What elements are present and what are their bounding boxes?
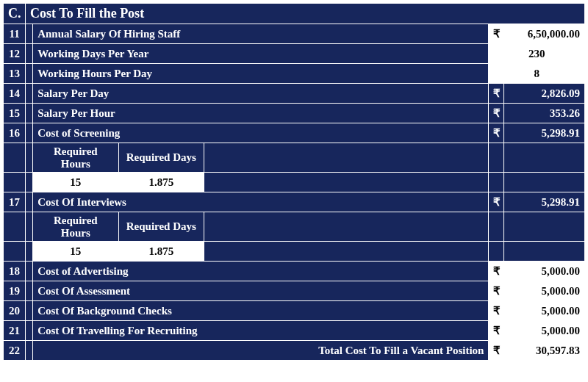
row-label: Salary Per Day bbox=[33, 84, 489, 104]
row-number: 22 bbox=[4, 341, 26, 361]
section-letter: C. bbox=[4, 4, 26, 24]
section-title: Cost To Fill the Post bbox=[26, 4, 585, 24]
row-value: 5,000.00 bbox=[503, 301, 584, 321]
row-number: 16 bbox=[4, 123, 26, 143]
row-number: 19 bbox=[4, 281, 26, 301]
row-value: 6,50,000.00 bbox=[503, 24, 584, 44]
row-number: 15 bbox=[4, 104, 26, 123]
row-label: Working Hours Per Day bbox=[33, 64, 489, 84]
required-hours-header: Required Hours bbox=[33, 143, 118, 173]
row-value: 5,000.00 bbox=[503, 281, 584, 301]
row-value: 8 bbox=[489, 64, 585, 84]
row-number: 17 bbox=[4, 192, 26, 212]
row-number: 11 bbox=[4, 24, 26, 44]
currency-symbol: ₹ bbox=[489, 281, 503, 301]
interview-hours: 15 bbox=[33, 242, 118, 262]
row-label: Cost of Advertising bbox=[33, 262, 489, 281]
row-value: 5,298.91 bbox=[503, 192, 584, 212]
cost-table: C. Cost To Fill the Post 11 Annual Salar… bbox=[3, 3, 585, 361]
row-label: Cost Of Travelling For Recruiting bbox=[33, 321, 489, 341]
row-value: 353.26 bbox=[503, 104, 584, 123]
screening-days: 1.875 bbox=[118, 173, 204, 192]
row-value: 5,000.00 bbox=[503, 321, 584, 341]
row-value: 230 bbox=[489, 44, 585, 64]
currency-symbol: ₹ bbox=[489, 321, 503, 341]
row-number: 12 bbox=[4, 44, 26, 64]
row-number: 13 bbox=[4, 64, 26, 84]
row-label: Working Days Per Year bbox=[33, 44, 489, 64]
currency-symbol: ₹ bbox=[489, 341, 503, 361]
currency-symbol: ₹ bbox=[489, 24, 503, 44]
row-label: Cost Of Assessment bbox=[33, 281, 489, 301]
required-hours-header: Required Hours bbox=[33, 212, 118, 242]
interview-days: 1.875 bbox=[118, 242, 204, 262]
row-label: Salary Per Hour bbox=[33, 104, 489, 123]
currency-symbol: ₹ bbox=[489, 104, 503, 123]
row-label: Cost Of Background Checks bbox=[33, 301, 489, 321]
total-label: Total Cost To Fill a Vacant Position bbox=[33, 341, 489, 361]
row-value: 5,000.00 bbox=[503, 262, 584, 281]
row-label: Cost Of Interviews bbox=[33, 192, 489, 212]
row-number: 18 bbox=[4, 262, 26, 281]
row-value: 2,826.09 bbox=[503, 84, 584, 104]
row-number: 21 bbox=[4, 321, 26, 341]
total-value: 30,597.83 bbox=[503, 341, 584, 361]
row-label: Cost of Screening bbox=[33, 123, 489, 143]
currency-symbol: ₹ bbox=[489, 123, 503, 143]
currency-symbol: ₹ bbox=[489, 301, 503, 321]
required-days-header: Required Days bbox=[118, 143, 204, 173]
required-days-header: Required Days bbox=[118, 212, 204, 242]
currency-symbol: ₹ bbox=[489, 262, 503, 281]
row-number: 14 bbox=[4, 84, 26, 104]
row-number: 20 bbox=[4, 301, 26, 321]
screening-hours: 15 bbox=[33, 173, 118, 192]
currency-symbol: ₹ bbox=[489, 192, 503, 212]
row-label: Annual Salary Of Hiring Staff bbox=[33, 24, 489, 44]
row-value: 5,298.91 bbox=[503, 123, 584, 143]
currency-symbol: ₹ bbox=[489, 84, 503, 104]
